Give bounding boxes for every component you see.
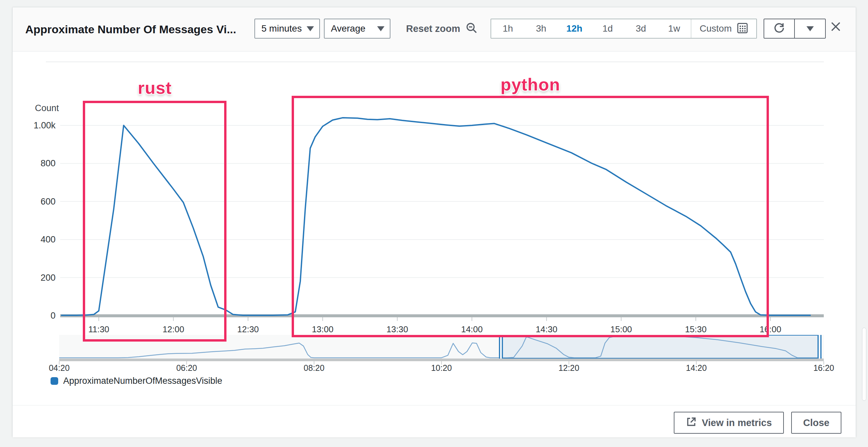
annotation-box-python [292,96,769,337]
page-title: Approximate Number Of Messages Vi... [25,7,236,52]
statistic-select-value: Average [331,23,366,34]
range-button-3h[interactable]: 3h [524,19,558,38]
annotation-label-rust: rust [138,78,172,98]
y-axis-tick-label: 600 [40,197,56,207]
chevron-down-icon [307,26,314,31]
close-button[interactable]: Close [791,412,841,434]
handle-bar-icon [817,335,819,359]
overview-tick-label: 14:20 [686,363,707,372]
view-in-metrics-button[interactable]: View in metrics [674,412,784,434]
chevron-down-icon [806,26,814,31]
y-axis-tick-label: 400 [40,235,56,244]
refresh-button-group [764,19,826,38]
range-button-1w[interactable]: 1w [657,19,691,38]
reset-zoom-label: Reset zoom [406,23,460,34]
external-link-icon [686,416,696,429]
overview-selection[interactable] [501,335,819,359]
overview-tick-label: 12:20 [558,363,579,372]
period-select[interactable]: 5 minutes [254,19,320,38]
period-select-value: 5 minutes [261,23,302,34]
y-axis-title: Count [35,103,59,113]
dialog-footer: View in metrics Close [13,405,856,437]
view-in-metrics-label: View in metrics [702,417,772,428]
handle-bar-icon [502,335,503,359]
reset-zoom-button[interactable]: Reset zoom [406,19,477,38]
refresh-button[interactable] [764,19,795,38]
y-axis-tick-label: 0 [51,310,56,321]
x-axis-tick-mark [248,317,248,321]
overview-tick-label: 04:20 [49,363,70,372]
range-button-3d[interactable]: 3d [624,19,657,38]
handle-bar-icon [820,335,822,359]
overview-tick-label: 08:20 [304,363,324,372]
refresh-options-button[interactable] [795,19,826,38]
y-axis-tick-label: 1.00k [34,120,56,130]
x-axis-tick-mark [770,317,771,321]
overview-axis-line [59,359,824,361]
handle-bar-icon [499,335,500,359]
calendar-icon [737,23,748,35]
legend-swatch [51,377,58,385]
time-range-group: 1h3h12h1d3d1w Custom [491,19,757,38]
legend-item[interactable]: ApproximateNumberOfMessagesVisible [51,376,222,386]
range-button-1h[interactable]: 1h [491,19,524,38]
legend-label: ApproximateNumberOfMessagesVisible [63,376,222,386]
statistic-select[interactable]: Average [324,19,391,38]
x-axis-tick-label: 12:30 [237,324,259,334]
annotation-label-python: python [500,74,560,94]
annotation-box-rust [83,101,226,341]
y-axis-tick-label: 200 [40,273,56,283]
close-icon[interactable] [829,20,842,33]
chevron-down-icon [377,26,384,31]
close-button-label: Close [803,417,830,428]
refresh-icon [773,21,786,36]
overview-tick-label: 06:20 [176,363,197,372]
y-axis-tick-label: 800 [40,158,56,168]
range-button-12h[interactable]: 12h [558,19,591,38]
dialog-header: Approximate Number Of Messages Vi... 5 m… [13,7,856,52]
metric-dialog: Approximate Number Of Messages Vi... 5 m… [12,7,856,437]
range-button-1d[interactable]: 1d [591,19,624,38]
zoom-out-icon [466,22,477,35]
overview-tick-label: 10:20 [431,363,452,372]
range-items: 1h3h12h1d3d1w [491,19,691,38]
custom-range-label: Custom [700,23,732,34]
overview-tick-label: 16:20 [813,363,834,372]
scrollbar-thumb[interactable] [862,328,866,401]
custom-range-button[interactable]: Custom [691,19,756,38]
